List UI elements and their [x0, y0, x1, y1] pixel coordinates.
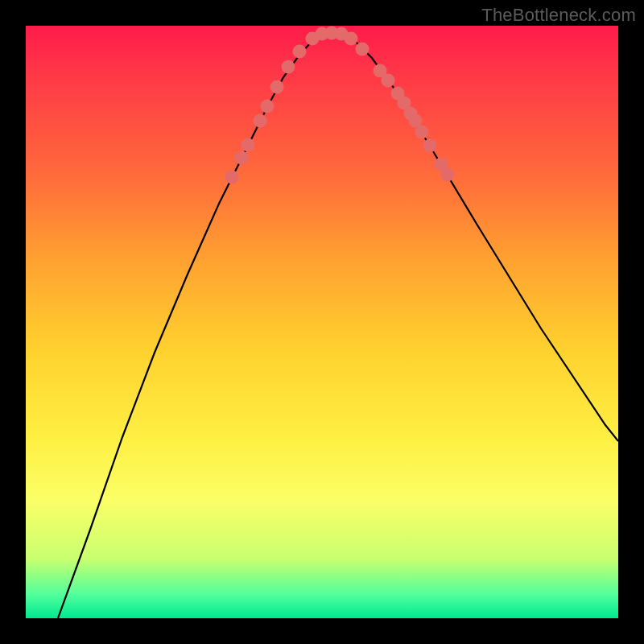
data-marker [293, 45, 307, 59]
data-marker [356, 43, 369, 56]
bottleneck-chart [26, 26, 618, 618]
data-marker [382, 74, 395, 88]
data-marker [441, 168, 455, 182]
data-marker [225, 171, 239, 184]
data-marker [423, 139, 437, 153]
data-marker [282, 60, 295, 74]
data-markers [225, 27, 455, 184]
data-marker [242, 138, 255, 152]
data-marker [345, 32, 358, 46]
data-marker [261, 100, 275, 114]
data-marker [254, 114, 267, 128]
chart-frame: TheBottleneck.com [0, 0, 644, 644]
data-marker [235, 151, 249, 165]
data-marker [415, 126, 429, 139]
watermark-text: TheBottleneck.com [481, 5, 636, 26]
chart-plot-area [26, 26, 618, 618]
bottleneck-curve [58, 35, 618, 618]
data-marker [270, 80, 284, 94]
